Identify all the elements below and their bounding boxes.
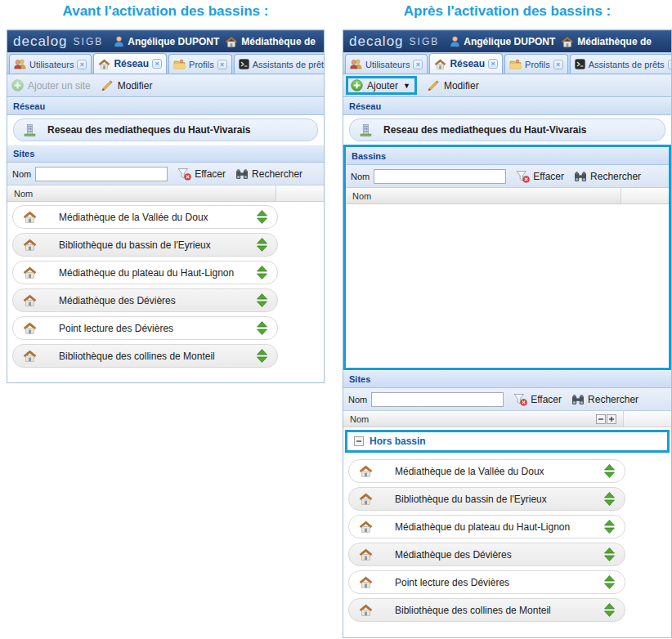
close-icon[interactable]: × [488,59,498,69]
close-icon[interactable]: × [553,60,563,69]
network-row[interactable]: Reseau des mediatheques du Haut-Vivarais [349,118,665,141]
plus-icon [11,79,24,92]
site-row[interactable]: Médiathèque de la Vallée du Doux [12,205,278,229]
close-icon[interactable]: × [152,59,162,69]
folder-icon [173,59,186,69]
home-icon [359,465,373,477]
sort-arrows-icon[interactable] [604,464,615,478]
product-label: SIGB [74,36,104,47]
site-row[interactable]: Bibliothèque des collines de Monteil [12,344,278,368]
sort-arrows-icon[interactable] [604,492,615,506]
column-header-spacer [621,188,669,203]
sort-arrows-icon[interactable] [257,293,267,307]
close-icon[interactable]: × [413,60,423,69]
site-row[interactable]: Médiathèque du plateau du Haut-Lignon [348,515,625,538]
plus-icon [351,79,363,92]
group-row-hors-bassin[interactable]: Hors bassin [345,430,670,453]
sort-arrows-icon[interactable] [257,238,267,252]
modify-button[interactable]: Modifier [427,79,479,92]
person-icon [450,36,460,47]
home-icon [98,59,110,69]
product-label: SIGB [410,36,440,47]
site-row[interactable]: Bibliothèque du bassin de l'Eyrieux [348,487,625,511]
collapse-all-icon[interactable] [596,414,606,424]
site-row[interactable]: Point lecture des Dévières [348,570,625,594]
building-icon [24,123,36,136]
sort-arrows-icon[interactable] [604,547,615,561]
site-row[interactable]: Médiathèque de la Vallée du Doux [348,459,625,483]
terminal-icon [575,59,585,69]
clear-button[interactable]: Effacer [513,393,562,406]
sort-arrows-icon[interactable] [257,266,267,279]
close-icon[interactable]: × [668,60,672,69]
person-icon [114,36,124,47]
current-location[interactable]: Médiathèque de [225,36,316,47]
close-icon[interactable]: × [77,60,87,69]
sort-arrows-icon[interactable] [257,349,267,363]
current-user[interactable]: Angélique DUPONT [450,36,555,47]
modify-button[interactable]: Modifier [101,79,153,92]
sort-arrows-icon[interactable] [604,520,615,534]
column-header-nom[interactable]: Nom [346,188,621,203]
sites-column-header: Nom [343,411,671,427]
current-location[interactable]: Médiathèque de [561,36,652,47]
nom-input[interactable] [371,392,504,407]
site-row[interactable]: Bibliothèque des collines de Monteil [348,598,625,622]
clear-button[interactable]: Effacer [177,168,226,181]
site-row[interactable]: Médiathèque du plateau du Haut-Lignon [12,261,278,284]
sites-list: Médiathèque de la Vallée du Doux Bibliot… [343,456,671,622]
column-header-nom[interactable]: Nom [343,411,624,427]
users-icon [14,59,26,69]
collapse-group-icon[interactable] [354,436,364,446]
tab-utilisateurs[interactable]: Utilisateurs × [345,54,428,74]
home-icon [434,59,446,69]
before-title: Avant l'activation des bassins : [7,3,325,20]
site-row[interactable]: Bibliothèque du bassin de l'Eyrieux [12,233,278,257]
site-row[interactable]: Médiathèque des Dévières [12,288,278,312]
sites-list: Médiathèque de la Vallée du Doux Bibliot… [7,202,324,368]
decalog-logo: decalog [13,34,68,50]
tab-utilisateurs[interactable]: Utilisateurs × [9,54,92,74]
search-button[interactable]: Rechercher [571,394,638,405]
after-title: Après l'activation des bassins : [343,3,672,20]
tab-profils[interactable]: Profils × [168,54,232,74]
terminal-icon [239,59,249,69]
home-icon [23,266,37,279]
home-icon [23,350,37,362]
add-button-highlight: Ajouter ▼ [346,76,417,95]
sort-arrows-icon[interactable] [257,210,267,224]
section-header-sites: Sites [343,370,671,388]
expand-all-icon[interactable] [607,414,616,424]
site-row[interactable]: Point lecture des Dévières [12,316,278,340]
nom-label: Nom [348,395,367,404]
site-row[interactable]: Médiathèque des Dévières [348,543,625,566]
tab-profils[interactable]: Profils × [504,54,568,74]
clear-button[interactable]: Effacer [516,170,564,183]
nom-input[interactable] [374,169,506,184]
close-icon[interactable]: × [217,60,227,69]
current-user[interactable]: Angélique DUPONT [114,36,219,47]
column-header-spacer [276,185,324,201]
column-header-nom[interactable]: Nom [7,185,276,201]
sort-arrows-icon[interactable] [604,575,615,589]
tab-assistants-de-prets[interactable]: Assistants de prêts × [234,54,325,74]
sort-arrows-icon[interactable] [257,321,267,335]
folder-icon [509,59,522,69]
network-row[interactable]: Reseau des mediatheques du Haut-Vivarais [13,118,318,141]
add-button[interactable]: Ajouter ▼ [351,79,410,92]
tab-assistants-de-prets[interactable]: Assistants de prêts × [570,54,672,74]
home-icon [359,521,373,533]
binoculars-icon [235,168,249,180]
home-icon [23,211,37,223]
bassins-filter-row: Nom Effacer Rechercher [346,165,669,188]
add-site-button: Ajouter un site [11,79,91,92]
network-list: Reseau des mediatheques du Haut-Vivarais [7,115,324,145]
nom-input[interactable] [35,167,168,181]
search-button[interactable]: Rechercher [574,171,641,182]
home-icon [359,548,373,561]
search-button[interactable]: Rechercher [235,168,302,180]
tab-reseau[interactable]: Réseau × [93,53,167,74]
funnel-clear-icon [513,393,527,406]
tab-reseau[interactable]: Réseau × [429,53,503,74]
sort-arrows-icon[interactable] [604,603,615,617]
